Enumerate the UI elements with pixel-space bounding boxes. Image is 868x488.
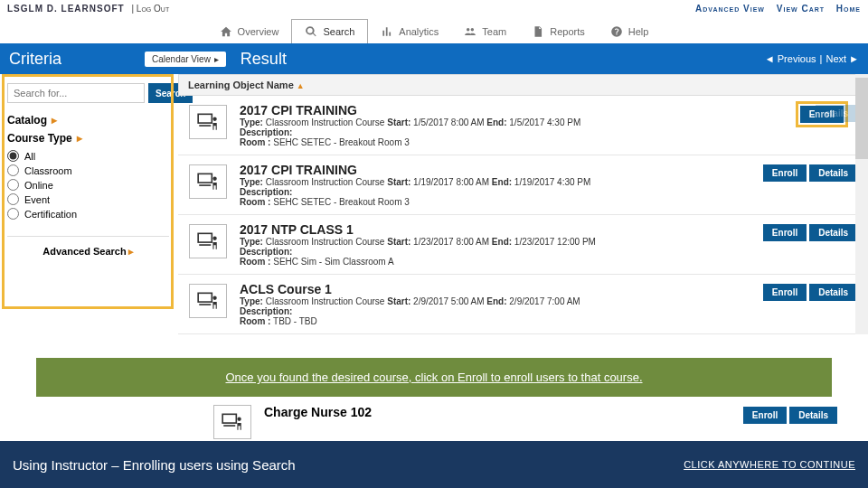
svg-rect-14: [223, 425, 235, 427]
instruction-callout: Once you found the desired course, click…: [36, 358, 832, 397]
course-title[interactable]: 2017 CPI TRAINING: [240, 103, 767, 117]
course-row: 2017 CPI TRAINING Type: Classroom Instru…: [178, 155, 863, 215]
svg-rect-0: [198, 114, 212, 123]
tab-search[interactable]: Search: [291, 19, 368, 43]
help-icon: [610, 25, 623, 38]
course-row: 2017 NTP CLASS 1 Type: Classroom Instruc…: [178, 215, 863, 275]
course-room: Room : SEHC SETEC - Breakout Room 3: [240, 197, 750, 207]
course-room: Room : TBD - TBD: [240, 316, 750, 326]
tab-team[interactable]: Team: [451, 19, 519, 43]
radio-event-input[interactable]: [7, 193, 19, 205]
radio-classroom-label: Classroom: [24, 165, 72, 176]
catalog-section[interactable]: Catalog ▸: [7, 114, 169, 127]
tutorial-bottom-bar[interactable]: Using Instructor – Enrolling users using…: [0, 441, 868, 488]
scrollbar[interactable]: [855, 74, 868, 334]
expand-icon: ▸: [52, 114, 57, 127]
logout-link[interactable]: | Log Out: [131, 4, 169, 14]
click-to-continue[interactable]: CLICK ANYWHERE TO CONTINUE: [684, 459, 855, 470]
course-buttons: Enroll Details: [763, 224, 857, 267]
brand-area: LSGLM D. LEARNSOFT | Log Out: [7, 4, 169, 14]
tab-overview[interactable]: Overview: [207, 19, 292, 43]
tab-help[interactable]: Help: [598, 19, 662, 43]
result-heading: Result: [241, 50, 287, 69]
sidebar-highlight-box: [2, 74, 174, 309]
expand-icon: ▸: [77, 132, 82, 145]
course-description: Description:: [240, 247, 750, 257]
course-thumbnail: [189, 105, 227, 139]
course-description: Description:: [240, 187, 750, 197]
scrollbar-thumb[interactable]: [855, 78, 868, 159]
svg-point-1: [212, 117, 216, 121]
criteria-result-bar: Criteria Calendar View ▸ Result ◄ Previo…: [0, 43, 868, 74]
radio-all[interactable]: All: [7, 150, 169, 162]
course-description: Description:: [240, 127, 767, 137]
peek-details-button[interactable]: Details: [789, 407, 837, 424]
course-title[interactable]: 2017 CPI TRAINING: [240, 163, 750, 177]
radio-online-input[interactable]: [7, 179, 19, 191]
search-input[interactable]: [7, 83, 145, 103]
radio-all-label: All: [24, 151, 35, 162]
classroom-icon: [196, 231, 220, 251]
radio-event-label: Event: [24, 194, 50, 205]
results-header-label: Learning Object Name: [188, 80, 294, 90]
svg-point-13: [237, 418, 241, 421]
chevron-right-icon: ▸: [128, 246, 134, 257]
course-meta: Type: Classroom Instruction Course Start…: [240, 117, 767, 127]
radio-certification[interactable]: Certification: [7, 208, 169, 220]
radio-certification-input[interactable]: [7, 208, 19, 220]
svg-point-4: [212, 177, 216, 181]
enroll-button[interactable]: Enroll: [763, 284, 807, 301]
analytics-icon: [381, 25, 393, 38]
enroll-button[interactable]: Enroll: [763, 224, 807, 241]
reports-icon: [532, 25, 544, 38]
search-icon: [305, 25, 317, 38]
home-link[interactable]: Home: [836, 4, 861, 14]
top-right-links: Advanced View View Cart Home: [686, 4, 861, 14]
view-cart-link[interactable]: View Cart: [777, 4, 825, 14]
details-button[interactable]: Details: [809, 284, 857, 301]
course-type-label: Course Type: [7, 132, 72, 145]
svg-rect-2: [199, 125, 211, 127]
tab-reports-label: Reports: [550, 26, 585, 37]
enroll-button[interactable]: Enroll: [763, 164, 807, 182]
next-link[interactable]: Next ►: [826, 53, 859, 64]
course-type-section[interactable]: Course Type ▸: [7, 132, 169, 145]
classroom-icon: [196, 112, 220, 132]
results-column-header[interactable]: Learning Object Name ▲: [178, 74, 863, 96]
tab-analytics-label: Analytics: [399, 26, 439, 37]
peek-enroll-button[interactable]: Enroll: [743, 407, 787, 424]
svg-rect-5: [199, 184, 211, 186]
course-meta: Type: Classroom Instruction Course Start…: [240, 177, 750, 187]
tab-analytics[interactable]: Analytics: [368, 19, 451, 43]
radio-classroom-input[interactable]: [7, 164, 19, 176]
team-icon: [464, 25, 476, 38]
advanced-view-link[interactable]: Advanced View: [695, 4, 765, 14]
course-thumbnail: [189, 164, 227, 199]
svg-rect-6: [198, 233, 212, 242]
tab-reports[interactable]: Reports: [519, 19, 598, 43]
radio-classroom[interactable]: Classroom: [7, 164, 169, 176]
previous-link[interactable]: ◄ Previous: [765, 53, 816, 64]
results-panel: Learning Object Name ▲ 2017 CPI TRAINING…: [176, 74, 868, 334]
advanced-search-link[interactable]: Advanced Search▸: [7, 236, 169, 258]
course-title[interactable]: 2017 NTP CLASS 1: [240, 222, 750, 237]
course-description: Description:: [240, 306, 750, 316]
radio-event[interactable]: Event: [7, 193, 169, 205]
course-row-peek: Charge Nurse 102: [213, 405, 372, 439]
home-icon: [220, 25, 232, 38]
calendar-view-button[interactable]: Calendar View ▸: [145, 52, 226, 67]
radio-all-input[interactable]: [7, 150, 19, 162]
radio-online[interactable]: Online: [7, 179, 169, 191]
course-thumbnail: [213, 405, 251, 439]
course-buttons: Enroll etails: [779, 105, 857, 147]
advanced-search-label: Advanced Search: [42, 246, 126, 257]
details-button[interactable]: etails: [816, 105, 857, 122]
course-buttons: Enroll Details: [763, 284, 857, 326]
svg-point-7: [212, 237, 216, 240]
tab-help-label: Help: [628, 26, 649, 37]
details-button[interactable]: Details: [809, 224, 857, 241]
course-meta: Type: Classroom Instruction Course Start…: [240, 237, 750, 247]
course-room: Room : SEHC Sim - Sim Classroom A: [240, 257, 750, 267]
details-button[interactable]: Details: [809, 164, 857, 182]
course-title[interactable]: ACLS Course 1: [240, 282, 750, 296]
